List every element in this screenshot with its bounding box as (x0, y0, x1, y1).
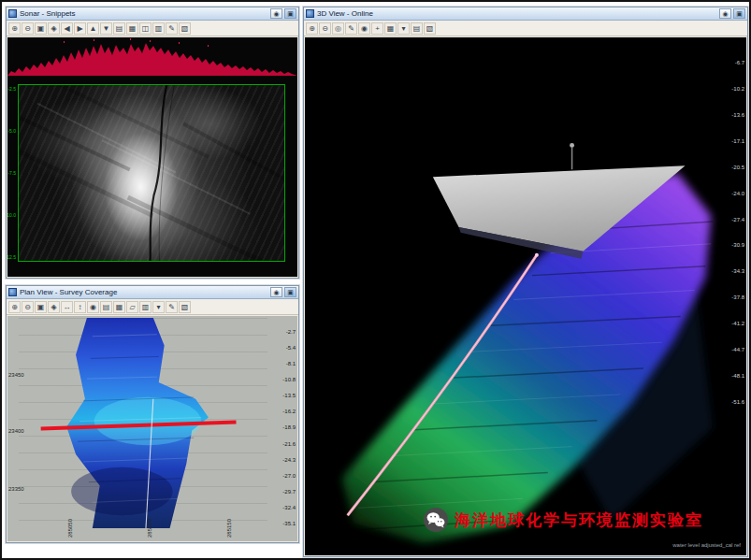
depth-tick: -13.5 (282, 393, 296, 399)
view3d-window: 3D View - Online ◉ ▣ ⊕ ⊖ ◎ ✎ ◉ + ▦ ▾ ▤ ▧ (303, 7, 748, 557)
matrix-icon[interactable]: ▦ (113, 301, 125, 313)
dropdown-icon[interactable]: ▾ (397, 22, 410, 35)
window-anchor-button[interactable]: ◉ (719, 8, 731, 19)
plan-display[interactable]: -2.7 -5.4 -8.1 -10.8 -13.5 -16.2 -18.9 -… (7, 316, 297, 541)
sonar-display[interactable]: -2.5 -5.0 -7.5 -10.0 -12.5 (7, 37, 297, 277)
prev-ping-icon[interactable]: ◀ (61, 22, 73, 35)
plan-window-title: Plan View - Survey Coverage (20, 288, 267, 296)
annotate-icon[interactable]: ✎ (166, 301, 178, 313)
plan-view-window: Plan View - Survey Coverage ◉ ▣ ⊕ ⊖ ▣ ◈ … (6, 285, 299, 543)
depth-tick: -41.2 (731, 321, 744, 327)
sonar-window: Sonar - Snippets ◉ ▣ ⊕ ⊖ ▣ ◈ ◀ ▶ ▲ ▼ ▤ ▦… (6, 7, 299, 279)
depth-color-scale: -2.7 -5.4 -8.1 -10.8 -13.5 -16.2 -18.9 -… (271, 329, 296, 527)
depth-tick: -27.0 (282, 473, 296, 480)
titlebar-buttons: ◉ ▣ (270, 8, 296, 19)
view3d-display[interactable]: -6.7 -10.2 -13.6 -17.1 -20.5 -24.0 -27.4… (305, 37, 746, 555)
depth-tick: -5.4 (286, 345, 296, 352)
wechat-icon (423, 507, 449, 533)
annotate-icon[interactable]: ✎ (166, 22, 178, 35)
layout-icon[interactable]: ▤ (113, 22, 125, 35)
depth-tick: -10.2 (731, 86, 744, 93)
depth-tick: -16.2 (282, 409, 296, 415)
terrain-3d-graphic (305, 37, 746, 555)
depth-tick: -51.6 (731, 399, 744, 406)
zoom-extent-icon[interactable]: ▣ (35, 301, 47, 313)
settings-icon[interactable]: ▥ (152, 22, 165, 35)
axis-tick: -2.5 (7, 86, 16, 92)
zoom-out-icon[interactable]: ⊖ (319, 22, 331, 35)
northing-tick: 23450 (8, 372, 24, 378)
view3d-window-title: 3D View - Online (317, 9, 716, 18)
split-view-icon[interactable]: ◫ (139, 22, 152, 35)
depth-tick: -34.3 (731, 268, 744, 275)
dropdown-icon[interactable]: ▾ (152, 301, 165, 313)
depth-tick: -32.4 (282, 505, 296, 511)
titlebar-buttons: ◉ ▣ (270, 287, 296, 297)
zoom-window-icon[interactable]: ▣ (35, 22, 47, 35)
intensity-trace-fill (7, 43, 297, 76)
depth-tick: -20.5 (731, 165, 744, 171)
settings-icon[interactable]: ▥ (139, 301, 152, 313)
grid-icon[interactable]: ▦ (126, 22, 138, 35)
view3d-toolbar: ⊕ ⊖ ◎ ✎ ◉ + ▦ ▾ ▤ ▧ (304, 21, 747, 36)
boundary-icon[interactable]: ▱ (126, 301, 138, 313)
snapshot-icon[interactable]: ▧ (424, 22, 436, 35)
depth-tick: -13.6 (731, 112, 744, 119)
depth-tick: -2.7 (286, 329, 296, 336)
zoom-in-icon[interactable]: ⊕ (8, 301, 21, 313)
beacon-top (570, 143, 574, 148)
depth-tick: -27.4 (731, 217, 744, 223)
zoom-in-icon[interactable]: ⊕ (8, 22, 21, 35)
window-anchor-button[interactable]: ◉ (270, 287, 282, 297)
window-dock-button[interactable]: ▣ (733, 8, 745, 19)
depth-tick: -6.7 (735, 60, 744, 66)
zoom-in-icon[interactable]: ⊕ (306, 22, 318, 35)
watermark-text: 海洋地球化学与环境监测实验室 (455, 510, 703, 531)
window-dock-button[interactable]: ▣ (284, 8, 296, 19)
window-icon (8, 9, 17, 18)
depth-tick: -48.1 (731, 373, 744, 380)
depth-tick: -8.1 (286, 361, 296, 367)
easting-tick: 285050 (67, 519, 73, 538)
matrix-icon[interactable]: ▦ (384, 22, 397, 35)
print-icon[interactable]: ▧ (179, 301, 191, 313)
window-dock-button[interactable]: ▣ (284, 287, 296, 297)
zoom-out-icon[interactable]: ⊖ (22, 301, 34, 313)
depth-tick: -24.0 (731, 191, 744, 197)
northing-tick: 23350 (8, 486, 24, 492)
sonar-texture-overlay (19, 85, 284, 261)
sonar-titlebar[interactable]: Sonar - Snippets ◉ ▣ (7, 7, 298, 21)
view3d-titlebar[interactable]: 3D View - Online ◉ ▣ (304, 7, 747, 21)
eye-icon[interactable]: ◉ (358, 22, 370, 35)
folder-icon[interactable]: ▤ (411, 22, 423, 35)
gain-down-icon[interactable]: ▼ (100, 22, 112, 35)
coverage-map[interactable] (19, 318, 267, 528)
sonar-intensity-trace (7, 37, 297, 80)
add-icon[interactable]: + (371, 22, 383, 35)
axis-tick: -7.5 (7, 170, 16, 176)
zoom-out-icon[interactable]: ⊖ (22, 22, 34, 35)
pan-vertical-icon[interactable]: ↕ (74, 301, 86, 313)
depth-tick: -30.9 (731, 242, 744, 249)
axis-tick: -5.0 (7, 128, 16, 134)
rotate-icon[interactable]: ◎ (332, 22, 344, 35)
depth-tick: -29.7 (282, 489, 296, 495)
draw-icon[interactable]: ✎ (345, 22, 357, 35)
depth-tick: -18.9 (282, 424, 296, 431)
pan-horizontal-icon[interactable]: ↔ (61, 301, 73, 313)
pointer-icon[interactable]: ◈ (48, 22, 60, 35)
print-icon[interactable]: ▧ (179, 22, 191, 35)
gain-up-icon[interactable]: ▲ (87, 22, 99, 35)
plan-titlebar[interactable]: Plan View - Survey Coverage ◉ ▣ (7, 286, 298, 299)
next-ping-icon[interactable]: ▶ (74, 22, 86, 35)
depth-tick: -24.3 (282, 457, 296, 464)
layers-icon[interactable]: ▤ (100, 301, 112, 313)
pointer-icon[interactable]: ◈ (48, 301, 60, 313)
northing-tick: 23400 (8, 428, 24, 434)
axis-tick: -10.0 (7, 212, 16, 218)
view3d-status-text: water level adjusted_cal ref (672, 542, 741, 548)
target-icon[interactable]: ◉ (87, 301, 99, 313)
window-anchor-button[interactable]: ◉ (270, 8, 282, 19)
depth-tick: -37.8 (731, 294, 744, 301)
window-icon (8, 288, 17, 296)
